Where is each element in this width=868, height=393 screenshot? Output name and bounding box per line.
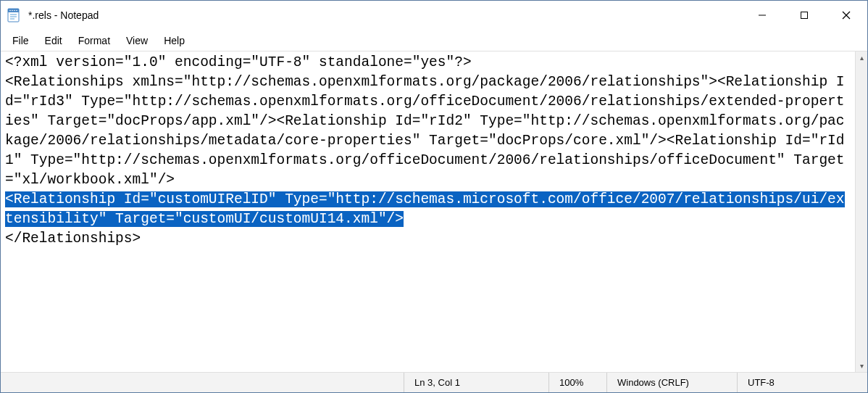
status-line-ending: Windows (CRLF) <box>606 373 737 392</box>
maximize-button[interactable] <box>783 1 825 30</box>
notepad-window: *.rels - Notepad File Edit Format View H… <box>0 0 868 393</box>
minimize-button[interactable] <box>741 1 783 30</box>
svg-rect-10 <box>801 12 808 19</box>
svg-point-3 <box>12 10 13 12</box>
vertical-scrollbar[interactable]: ▴ ▾ <box>855 51 867 372</box>
status-zoom: 100% <box>548 373 606 392</box>
statusbar: Ln 3, Col 1 100% Windows (CRLF) UTF-8 <box>1 372 867 392</box>
window-title: *.rels - Notepad <box>28 9 99 21</box>
menu-file[interactable]: File <box>5 32 36 49</box>
svg-point-4 <box>14 10 15 12</box>
menu-format[interactable]: Format <box>71 32 117 49</box>
menu-view[interactable]: View <box>119 32 155 49</box>
statusbar-spacer <box>1 373 404 392</box>
scroll-down-icon[interactable]: ▾ <box>856 360 867 372</box>
scroll-up-icon[interactable]: ▴ <box>856 51 867 64</box>
close-button[interactable] <box>825 1 867 30</box>
status-encoding: UTF-8 <box>737 373 867 392</box>
svg-point-5 <box>16 10 17 12</box>
menubar: File Edit Format View Help <box>1 30 867 51</box>
text-editor[interactable]: <?xml version="1.0" encoding="UTF-8" sta… <box>1 51 855 372</box>
menu-help[interactable]: Help <box>157 32 192 49</box>
editor-area: <?xml version="1.0" encoding="UTF-8" sta… <box>1 51 867 372</box>
text-selection: <Relationship Id="customUIRelID" Type="h… <box>5 191 845 227</box>
status-position: Ln 3, Col 1 <box>404 373 548 392</box>
titlebar[interactable]: *.rels - Notepad <box>1 1 867 30</box>
menu-edit[interactable]: Edit <box>38 32 70 49</box>
notepad-icon <box>7 8 21 22</box>
svg-point-2 <box>9 10 11 12</box>
